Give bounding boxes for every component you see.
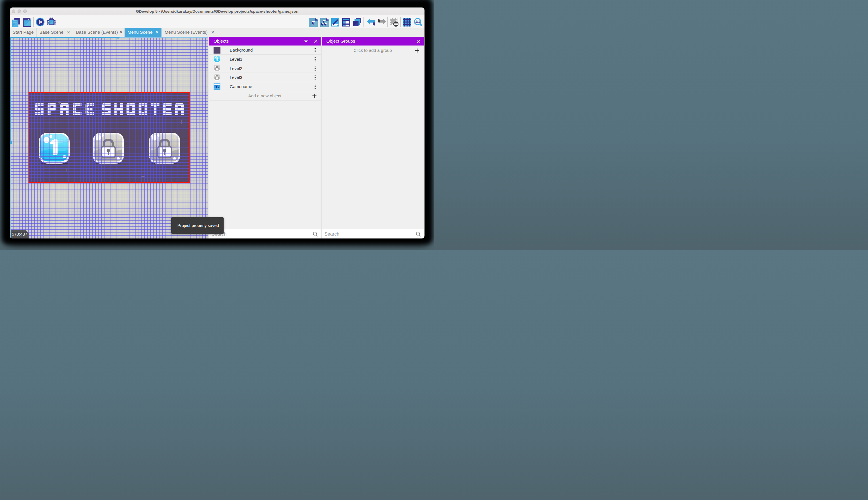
svg-text:x: x — [218, 86, 219, 89]
svg-text:T: T — [215, 84, 218, 89]
svg-text:1:1: 1:1 — [415, 20, 420, 23]
